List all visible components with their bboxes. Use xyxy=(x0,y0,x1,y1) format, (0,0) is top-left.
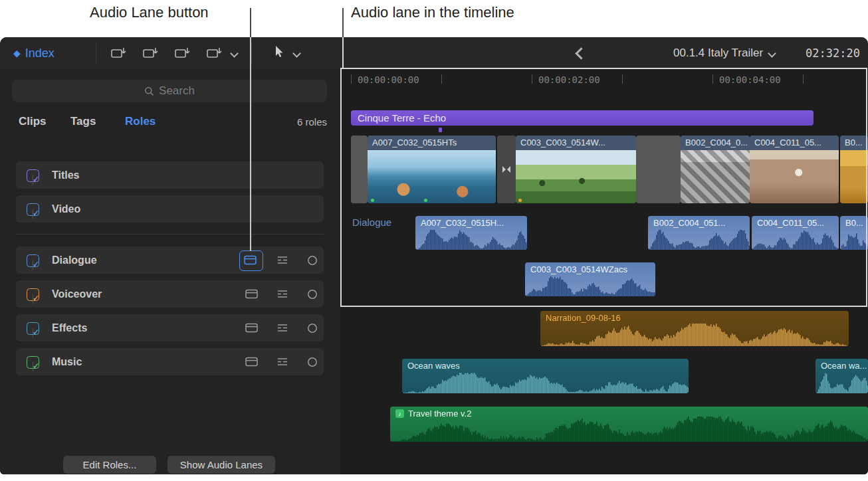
video-thumbnail xyxy=(840,150,868,203)
index-diamond-icon: ◆ xyxy=(13,48,21,58)
ocean-waves-audio-clip[interactable]: Ocean wa... xyxy=(815,359,868,393)
index-toolbar: ◆ Index xyxy=(0,37,340,70)
project-title-menu[interactable]: 00.1.4 Italy Trailer xyxy=(673,37,775,69)
title-clip[interactable]: Cinque Terre - Echo xyxy=(351,110,814,126)
audio-lane-button[interactable] xyxy=(244,322,260,334)
edit-mode-chevron-icon[interactable] xyxy=(230,49,239,58)
role-row-titles[interactable]: ✓ Titles xyxy=(16,161,324,189)
toolbar-divider xyxy=(96,43,96,63)
ruler-tick xyxy=(351,74,352,84)
insert-clip-button[interactable] xyxy=(141,46,160,60)
video-clip-name: C003_C003_0514W... xyxy=(516,136,636,150)
search-icon xyxy=(144,86,154,96)
role-solo-button[interactable] xyxy=(304,288,320,300)
timecode-display: 02:32:20 xyxy=(806,37,860,69)
video-clip-name: B0... xyxy=(840,136,868,150)
audio-clip-name: C004_C011_05... xyxy=(752,216,839,230)
role-focus-button[interactable] xyxy=(274,254,290,266)
role-row-music[interactable]: ✓ Music xyxy=(16,348,324,375)
audio-lane-button[interactable] xyxy=(244,288,260,300)
tab-roles[interactable]: Roles xyxy=(125,112,156,132)
ocean-waves-audio-clip[interactable]: Ocean waves xyxy=(402,359,689,393)
index-button-label: Index xyxy=(25,47,54,60)
audio-lane-button[interactable] xyxy=(244,356,260,367)
role-label: Music xyxy=(52,348,82,375)
callout-audio-lane-button: Audio Lane button xyxy=(90,4,209,21)
role-checkbox[interactable]: ✓ xyxy=(27,203,39,216)
connect-clip-button[interactable] xyxy=(109,46,128,60)
timeline-index-panel: Search Clips Tags Roles 6 roles ✓ Titles… xyxy=(0,69,341,474)
video-clip-name: A007_C032_0515HTs xyxy=(368,136,496,150)
role-solo-button[interactable] xyxy=(304,356,320,367)
role-checkbox[interactable]: ✓ xyxy=(27,322,39,335)
video-clip[interactable]: B002_C004_0... xyxy=(681,136,750,203)
overwrite-clip-button[interactable] xyxy=(205,46,223,60)
dialogue-audio-clip[interactable]: B002_C004_051... xyxy=(648,216,750,250)
video-clip-handle[interactable] xyxy=(636,136,681,203)
dialogue-audio-clip[interactable]: B0... xyxy=(840,216,868,250)
role-solo-button[interactable] xyxy=(304,322,320,334)
transition-clip[interactable] xyxy=(497,136,516,203)
keyword-dot xyxy=(424,199,427,202)
keyword-dot xyxy=(371,199,374,202)
video-clip[interactable]: A007_C032_0515HTs xyxy=(368,136,496,203)
append-clip-button[interactable] xyxy=(173,46,191,60)
roles-count: 6 roles xyxy=(297,112,327,132)
tool-menu-chevron-icon[interactable] xyxy=(292,49,301,58)
music-audio-clip[interactable]: ♪ Travel theme v.2 xyxy=(390,407,868,442)
narration-audio-clip[interactable]: Narration_09-08-16 xyxy=(540,311,849,346)
search-input[interactable]: Search xyxy=(12,80,327,102)
toolbar-divider xyxy=(251,43,252,63)
audio-clip-name: B0... xyxy=(840,216,868,230)
role-checkbox[interactable]: ✓ xyxy=(27,288,39,301)
role-label: Voiceover xyxy=(52,280,102,308)
role-checkbox[interactable]: ✓ xyxy=(27,254,39,267)
show-audio-lanes-button[interactable]: Show Audio Lanes xyxy=(167,456,275,474)
role-checkbox[interactable]: ✓ xyxy=(27,169,39,182)
audio-clip-name: A007_C032_0515H... xyxy=(415,216,527,230)
role-solo-button[interactable] xyxy=(304,254,320,266)
ruler-timecode: 00:00:02:00 xyxy=(538,74,600,85)
tab-clips[interactable]: Clips xyxy=(19,112,47,132)
theme-music-icon: ♪ xyxy=(395,409,404,418)
audio-clip-name: Narration_09-08-16 xyxy=(540,311,849,325)
video-thumbnail xyxy=(368,150,496,203)
video-clip-name: B002_C004_0... xyxy=(681,136,750,150)
role-checkbox[interactable]: ✓ xyxy=(27,356,39,369)
timeline[interactable]: 00:00:00:00 00:00:02:00 00:00:04:00 Cinq… xyxy=(340,69,868,474)
role-row-video[interactable]: ✓ Video xyxy=(16,195,324,223)
role-row-effects[interactable]: ✓ Effects xyxy=(16,314,324,341)
ruler-tick xyxy=(622,74,623,84)
video-clip-name: C004_C011_05... xyxy=(750,136,839,150)
back-chevron-icon xyxy=(575,47,587,59)
dialogue-lane-label: Dialogue xyxy=(352,217,391,228)
role-label: Titles xyxy=(52,161,80,189)
video-thumbnail xyxy=(681,150,750,203)
video-clip[interactable]: C003_C003_0514W... xyxy=(516,136,636,203)
index-button[interactable]: ◆ Index xyxy=(13,37,54,69)
role-row-voiceover[interactable]: ✓ Voiceover xyxy=(16,280,324,308)
audio-lane-icon xyxy=(243,254,259,266)
clip-marker xyxy=(439,128,442,132)
edit-roles-button[interactable]: Edit Roles... xyxy=(63,456,156,474)
audio-lane-button-active[interactable] xyxy=(239,250,263,271)
dialogue-audio-clip[interactable]: A007_C032_0515H... xyxy=(415,216,527,250)
video-clip[interactable]: B0... xyxy=(840,136,868,203)
role-focus-button[interactable] xyxy=(274,356,290,367)
video-thumbnail xyxy=(750,150,839,203)
timeline-back-button[interactable] xyxy=(573,37,589,69)
audio-clip-name: Ocean waves xyxy=(402,359,689,373)
video-clip[interactable]: C004_C011_05... xyxy=(750,136,839,203)
role-focus-button[interactable] xyxy=(274,288,290,300)
pointer-tool-button[interactable] xyxy=(269,45,287,59)
search-placeholder: Search xyxy=(159,84,195,98)
role-row-dialogue[interactable]: ✓ Dialogue xyxy=(16,246,324,274)
role-focus-button[interactable] xyxy=(274,322,290,334)
dialogue-audio-clip[interactable]: C003_C003_0514WZacs xyxy=(525,262,655,296)
keyword-dot xyxy=(518,199,522,202)
role-label: Video xyxy=(52,195,80,223)
tab-tags[interactable]: Tags xyxy=(70,112,96,132)
ruler-timecode: 00:00:00:00 xyxy=(358,74,419,85)
video-clip-handle[interactable] xyxy=(351,136,368,203)
dialogue-audio-clip[interactable]: C004_C011_05... xyxy=(752,216,839,250)
